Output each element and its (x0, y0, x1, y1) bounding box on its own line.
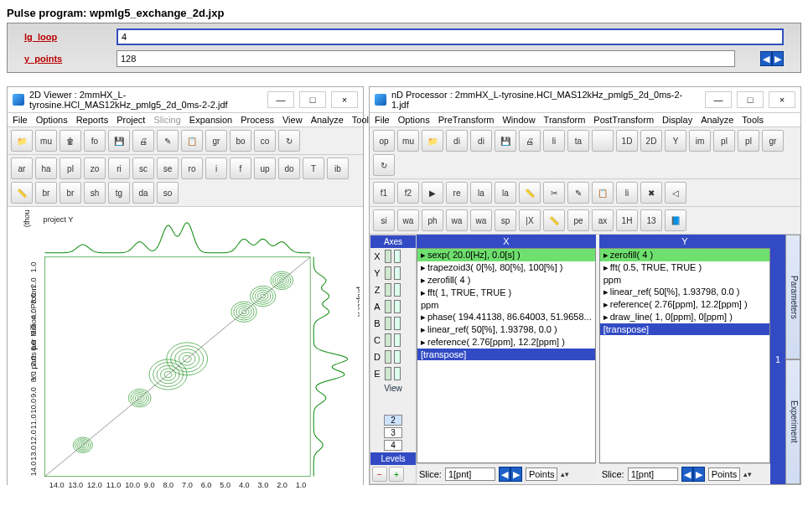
tab-experiment[interactable]: Experiment (785, 359, 800, 484)
ndtb1-grid-icon[interactable]: gr (762, 130, 784, 152)
list-item[interactable]: zerofill( 4 ) (600, 249, 769, 261)
ndtb3-split-icon[interactable]: sp (495, 209, 516, 231)
axis-row-X[interactable]: X (370, 248, 416, 265)
vtb2-right-icon[interactable]: ri (108, 158, 130, 179)
ndtb3-wav2-icon[interactable]: wa (446, 209, 468, 231)
vtb2-f-icon[interactable]: f (230, 158, 251, 179)
ndtb2-ruler-icon[interactable]: 📏 (519, 182, 541, 204)
list-item[interactable]: ppm (600, 274, 769, 286)
menu-options[interactable]: Options (36, 115, 68, 125)
x-processing-list[interactable]: sexp( 20.0[Hz], 0.0[s] )trapezoid3( 0[%]… (417, 248, 596, 463)
menu-view[interactable]: View (282, 115, 303, 125)
level-minus-button[interactable]: − (372, 467, 387, 482)
list-item[interactable]: fft( 1, TRUE, TRUE ) (417, 287, 595, 299)
tab-parameters[interactable]: Parameters (785, 235, 800, 359)
list-item[interactable]: sexp( 20.0[Hz], 0.0[s] ) (417, 249, 595, 261)
y-processing-list[interactable]: zerofill( 4 )fft( 0.5, TRUE, TRUE ) ppml… (599, 248, 770, 463)
ndtb1-2D-icon[interactable]: 2D (640, 130, 662, 152)
vtb1-grid-icon[interactable]: gr (205, 130, 227, 152)
list-item[interactable]: draw_line( 1, 0[ppm], 0[ppm] ) (600, 311, 769, 323)
ndtb2-del-icon[interactable]: ✖ (640, 182, 662, 204)
menu-transform[interactable]: Transform (544, 115, 586, 125)
vtb2-up-icon[interactable]: up (254, 158, 276, 179)
ndtb1-plot3-icon[interactable]: pl (713, 130, 735, 152)
ndtb1-table-icon[interactable]: ta (567, 130, 589, 152)
level-plus-button[interactable]: + (389, 467, 404, 482)
menu-slicing[interactable]: Slicing (153, 115, 180, 125)
ndtb2-edit-icon[interactable]: ✎ (567, 182, 589, 204)
ndtb3-axis-icon[interactable]: ax (592, 209, 614, 231)
menu-display[interactable]: Display (662, 115, 692, 125)
list-item[interactable]: phase( 194.41138, 86.64003, 51.9658... (417, 311, 595, 323)
param-input-lg-loop[interactable] (117, 28, 784, 45)
menu-posttransform[interactable]: PostTransform (593, 115, 654, 125)
menu-window[interactable]: Window (502, 115, 535, 125)
ndtb3-wav3-icon[interactable]: wa (470, 209, 492, 231)
menu-project[interactable]: Project (117, 115, 145, 125)
maximize-button[interactable]: □ (737, 91, 764, 108)
ndtb3-|X|-icon[interactable]: |X (519, 209, 541, 231)
param-label-lg-loop[interactable]: lg_loop (24, 32, 91, 42)
vtb1-trash-icon[interactable]: 🗑 (60, 130, 81, 152)
slice-x-spinner[interactable]: ◀▶ (499, 467, 522, 482)
ndtb3-ruler2-icon[interactable]: 📏 (543, 209, 565, 231)
list-item[interactable]: linear_ref( 50[%], 1.93798, 0.0 ) (600, 286, 769, 298)
axis-row-Z[interactable]: Z (370, 281, 416, 298)
axis-row-Y[interactable]: Y (370, 265, 416, 281)
axis-row-A[interactable]: A (370, 298, 416, 315)
view-3[interactable]: 3 (384, 427, 402, 438)
vtb1-multi-icon[interactable]: mu (35, 130, 57, 152)
list-item[interactable]: linear_ref( 50[%], 1.93798, 0.0 ) (417, 323, 595, 336)
list-item[interactable]: [transpose] (600, 323, 769, 335)
list-item[interactable]: fft( 0.5, TRUE, TRUE ) (600, 261, 769, 274)
maximize-button[interactable]: □ (299, 91, 326, 108)
vtb2-i-icon[interactable]: i (205, 158, 227, 179)
menu-options[interactable]: Options (398, 115, 430, 125)
vtb1-save-icon[interactable]: 💾 (108, 130, 130, 152)
vtb1-folder2-icon[interactable]: fo (84, 130, 106, 152)
ndtb3-phase-icon[interactable]: ph (422, 209, 443, 231)
slice-x-value[interactable]: 1[pnt] (445, 467, 495, 481)
vtb2-T-icon[interactable]: T (303, 158, 324, 179)
ndtb1-disk2-icon[interactable]: di (470, 130, 492, 152)
vtb2-plus-icon[interactable]: pl (60, 158, 81, 179)
ndtb2-layers-icon[interactable]: la (470, 182, 492, 204)
ndtb2-rev-icon[interactable]: re (446, 182, 468, 204)
vtb2-roi-icon[interactable]: ro (181, 158, 203, 179)
minimize-button[interactable]: — (267, 91, 294, 108)
ndtb1-1D-icon[interactable]: 1D (616, 130, 638, 152)
menu-pretransform[interactable]: PreTransform (438, 115, 495, 125)
vtb2-sel-icon[interactable]: se (157, 158, 179, 179)
vtb1-refresh-icon[interactable]: ↻ (278, 130, 300, 152)
slice-x-unit[interactable]: Points (526, 467, 558, 481)
ndtb2-play-icon[interactable]: ▶ (422, 182, 443, 204)
menu-analyze[interactable]: Analyze (311, 115, 344, 125)
menu-reports[interactable]: Reports (76, 115, 109, 125)
axis-row-C[interactable]: C (370, 332, 416, 349)
ndtb2-list-icon[interactable]: li (616, 182, 638, 204)
param-input-y-points[interactable] (117, 50, 735, 67)
view-2[interactable]: 2 (384, 415, 402, 426)
ndtb3-sine-icon[interactable]: si (373, 209, 395, 231)
ndtb2-copy-icon[interactable]: 📋 (592, 182, 614, 204)
close-button[interactable]: × (769, 91, 795, 108)
vtb2-brk2-icon[interactable]: br (60, 182, 81, 204)
vtb2-ruler-icon[interactable]: 📏 (11, 182, 33, 204)
ndtb1-print-icon[interactable]: 🖨 (519, 130, 541, 152)
vtb2-down-icon[interactable]: do (278, 158, 300, 179)
ndtb3-13C-icon[interactable]: 13 (640, 209, 662, 231)
list-item[interactable]: reference( 2.76[ppm], 12.2[ppm] ) (600, 298, 769, 311)
vtb1-folder-icon[interactable]: 📁 (11, 130, 33, 152)
vtb2-dash-icon[interactable]: da (132, 182, 154, 204)
axis-row-E[interactable]: E (370, 365, 416, 382)
minimize-button[interactable]: — (705, 91, 732, 108)
menu-analyze[interactable]: Analyze (701, 115, 733, 125)
ndtb2-f1-icon[interactable]: f1 (373, 182, 395, 204)
ndtb2-back-icon[interactable]: ◁ (665, 182, 686, 204)
ndtb3-1H-icon[interactable]: 1H (616, 209, 638, 231)
menu-tools[interactable]: Tools (742, 115, 764, 125)
ndtb1-multi-icon[interactable]: mu (397, 130, 419, 152)
ndtb3-book-icon[interactable]: 📘 (665, 209, 686, 231)
vtb2-scroll-icon[interactable]: sc (132, 158, 154, 179)
ndtb1-list-icon[interactable]: li (543, 130, 565, 152)
